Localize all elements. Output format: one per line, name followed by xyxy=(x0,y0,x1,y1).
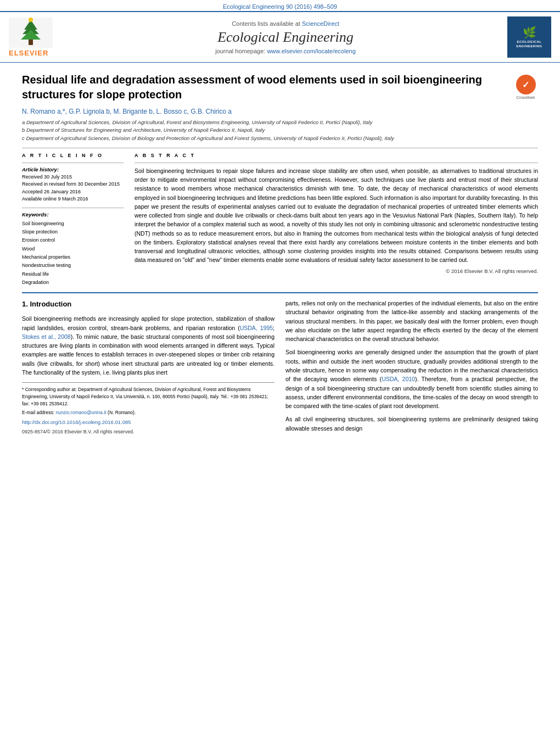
sciencedirect-link[interactable]: ScienceDirect xyxy=(302,20,339,27)
article-history: Article history: Received 30 July 2015 R… xyxy=(22,166,124,203)
body-col-right: parts, relies not only on the mechanical… xyxy=(285,299,538,438)
body-divider xyxy=(22,292,538,293)
body-section: 1. Introduction Soil bioengineering meth… xyxy=(22,299,538,438)
copyright-line: © 2016 Elsevier B.V. All rights reserved… xyxy=(135,268,538,274)
available-date: Available online 9 March 2016 xyxy=(22,196,124,203)
journal-title: Ecological Engineering xyxy=(75,29,496,46)
article-info-col: A R T I C L E I N F O Article history: R… xyxy=(22,153,124,287)
keywords-title: Keywords: xyxy=(22,211,124,217)
journal-header-left: ELSEVIER xyxy=(9,18,69,57)
journal-header-center: Contents lists available at ScienceDirec… xyxy=(75,20,496,54)
journal-logo-box: 🌿 ECOLOGICAL ENGINEERING xyxy=(507,16,551,58)
issn-text: 0925-8574/© 2016 Elsevier B.V. All right… xyxy=(22,429,134,434)
logo-text: ECOLOGICAL ENGINEERING xyxy=(509,40,549,49)
article-info-box: Article history: Received 30 July 2015 R… xyxy=(22,163,124,203)
page-wrapper: Ecological Engineering 90 (2016) 498–509 xyxy=(0,0,560,444)
abstract-title: A B S T R A C T xyxy=(135,153,538,158)
footnote-section: * Corresponding author at: Department of… xyxy=(22,382,275,436)
contents-line: Contents lists available at ScienceDirec… xyxy=(75,20,496,27)
article-info-title: A R T I C L E I N F O xyxy=(22,153,124,158)
ref-usda-1995[interactable]: USDA, 1995 xyxy=(240,325,273,331)
affiliation-a: a Department of Agricultural Sciences, D… xyxy=(22,119,508,126)
issn-row: 0925-8574/© 2016 Elsevier B.V. All right… xyxy=(22,428,275,436)
crossmark-logo: ✓ CrossMark xyxy=(513,75,538,99)
keyword-7: Residual life xyxy=(22,270,124,278)
doi-link[interactable]: http://dx.doi.org/10.1016/j.ecoleng.2016… xyxy=(22,419,131,425)
history-label: Article history: xyxy=(22,166,124,172)
email-link[interactable]: nunzio.romano@unina.it xyxy=(55,410,106,415)
accepted-date: Accepted 26 January 2016 xyxy=(22,188,124,196)
body-col-left: 1. Introduction Soil bioengineering meth… xyxy=(22,299,275,438)
keyword-6: Nondestructive testing xyxy=(22,261,124,270)
keyword-8: Degradation xyxy=(22,278,124,287)
keyword-4: Wood xyxy=(22,245,124,253)
title-divider xyxy=(22,148,538,148)
doi-row: http://dx.doi.org/10.1016/j.ecoleng.2016… xyxy=(22,419,275,426)
elsevier-tree-icon xyxy=(9,18,53,48)
abstract-box: Soil bioengineering techniques to repair… xyxy=(135,163,538,274)
received-revised-date: Received in revised form 30 December 201… xyxy=(22,181,124,188)
keyword-1: Soil bioengineering xyxy=(22,220,124,228)
keyword-5: Mechanical properties xyxy=(22,253,124,261)
keywords-list: Soil bioengineering Slope protection Ero… xyxy=(22,220,124,287)
homepage-line: journal homepage: www.elsevier.com/locat… xyxy=(75,48,496,54)
intro-para-2: parts, relies not only on the mechanical… xyxy=(285,299,538,343)
ref-stokes-2008[interactable]: Stokes et al., 2008 xyxy=(22,333,71,340)
journal-header: ELSEVIER Contents lists available at Sci… xyxy=(0,11,560,63)
keyword-2: Slope protection xyxy=(22,228,124,236)
email-person: (N. Romano). xyxy=(108,410,136,415)
abstract-text: Soil bioengineering techniques to repair… xyxy=(135,166,538,265)
ref-usda-2010[interactable]: USDA, 2010 xyxy=(382,376,415,382)
email-note: E-mail address: nunzio.romano@unina.it (… xyxy=(22,409,275,416)
journal-header-right: 🌿 ECOLOGICAL ENGINEERING xyxy=(502,16,551,58)
crossmark-icon: ✓ xyxy=(516,75,536,94)
crossmark-text: CrossMark xyxy=(517,96,535,99)
journal-citation: Ecological Engineering 90 (2016) 498–509 xyxy=(223,3,337,10)
svg-point-5 xyxy=(29,18,33,22)
corresponding-author-note: * Corresponding author at: Department of… xyxy=(22,386,275,407)
elsevier-logo: ELSEVIER xyxy=(9,18,69,57)
intro-para-4: As all civil engineering structures, soi… xyxy=(285,415,538,433)
received-date: Received 30 July 2015 xyxy=(22,174,124,181)
article-title-text: Residual life and degradation assessment… xyxy=(22,72,508,142)
intro-para-3: Soil bioengineering works are generally … xyxy=(285,348,538,410)
article-title-section: Residual life and degradation assessment… xyxy=(22,68,538,142)
elsevier-label: ELSEVIER xyxy=(9,49,48,57)
affiliation-c: c Department of Agricultural Sciences, D… xyxy=(22,135,508,142)
affiliation-b: b Department of Structures for Engineeri… xyxy=(22,126,508,134)
eco-leaf-icon: 🌿 xyxy=(523,26,536,39)
affiliations: a Department of Agricultural Sciences, D… xyxy=(22,119,508,142)
keywords-section: Keywords: Soil bioengineering Slope prot… xyxy=(22,208,124,287)
email-label: E-mail address: xyxy=(22,410,54,415)
keyword-3: Erosion control xyxy=(22,236,124,244)
article-authors: N. Romano a,*, G.P. Lignola b, M. Brigan… xyxy=(22,108,508,115)
article-content: Residual life and degradation assessment… xyxy=(0,63,560,444)
journal-top-bar: Ecological Engineering 90 (2016) 498–509 xyxy=(0,0,560,11)
intro-para-1: Soil bioengineering methods are increasi… xyxy=(22,314,275,377)
article-main-title: Residual life and degradation assessment… xyxy=(22,72,508,102)
homepage-link[interactable]: www.elsevier.com/locate/ecoleng xyxy=(267,48,355,54)
abstract-col: A B S T R A C T Soil bioengineering tech… xyxy=(135,153,538,287)
intro-heading: 1. Introduction xyxy=(22,299,275,310)
info-abstract-section: A R T I C L E I N F O Article history: R… xyxy=(22,153,538,287)
